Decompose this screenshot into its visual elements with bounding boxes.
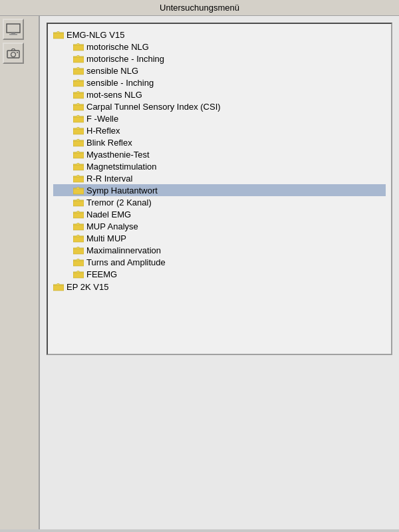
tree-item-label: Blink Reflex <box>86 138 132 148</box>
tree-item[interactable]: Blink Reflex <box>53 136 386 148</box>
tree-branch-line <box>61 233 72 243</box>
folder-icon <box>73 222 84 231</box>
tree-branch-line <box>61 269 72 279</box>
monitor-icon <box>6 23 21 35</box>
tree-branch-line <box>61 137 72 148</box>
tree-item-label: Symp Hautantwort <box>86 186 158 196</box>
tree-item-label: MUP Analyse <box>86 221 138 231</box>
tree-item[interactable]: motorische NLG <box>53 41 386 53</box>
tree-item-label: Tremor (2 Kanal) <box>86 198 152 207</box>
folder-icon <box>73 126 84 135</box>
tree-panel: EMG-NLG V15 motorische NLG motorische - … <box>47 23 392 355</box>
tree-branch-line <box>61 185 72 196</box>
main-container: EMG-NLG V15 motorische NLG motorische - … <box>0 16 399 529</box>
svg-rect-1 <box>11 33 15 34</box>
folder-icon <box>73 150 84 159</box>
folder-icon <box>73 270 84 279</box>
folder-icon <box>73 246 84 255</box>
tree-branch-line <box>61 161 72 172</box>
tree-item-label: Maximalinnervation <box>86 245 161 255</box>
folder-icon <box>73 43 84 51</box>
tree-item[interactable]: Turns and Amplitude <box>53 256 386 268</box>
tree-item[interactable]: F -Welle <box>53 112 386 124</box>
tree-item[interactable]: Carpal Tunnel Sensory Index (CSI) <box>53 100 386 112</box>
folder-icon <box>73 90 84 99</box>
tree-branch-line <box>61 245 72 255</box>
folder-icon <box>73 55 84 63</box>
folder-icon-root1 <box>53 31 64 39</box>
svg-rect-2 <box>9 34 17 35</box>
tree-item[interactable]: sensible - Inching <box>53 76 386 88</box>
folder-icon <box>73 102 84 111</box>
tree-branch-line <box>61 149 72 160</box>
folder-icon <box>73 138 84 147</box>
content-area: EMG-NLG V15 motorische NLG motorische - … <box>40 16 399 529</box>
title-label: Untersuchungsmenü <box>160 3 239 13</box>
tree-item-label: Multi MUP <box>86 233 126 243</box>
folder-icon <box>73 258 84 267</box>
tree-item[interactable]: Symp Hautantwort <box>53 184 386 196</box>
tree-branch-line <box>61 65 72 76</box>
tree-branch-line <box>61 53 72 64</box>
tree-root-1[interactable]: EMG-NLG V15 <box>53 29 386 41</box>
root2-label: EP 2K V15 <box>66 282 108 292</box>
tree-branch-line <box>61 89 72 100</box>
folder-icon <box>73 210 84 219</box>
folder-icon <box>73 174 84 183</box>
monitor-button[interactable] <box>3 19 24 40</box>
tree-item[interactable]: Magnetstimulation <box>53 160 386 172</box>
tree-item[interactable]: H-Reflex <box>53 124 386 136</box>
tree-item[interactable]: FEEMG <box>53 268 386 280</box>
tree-item[interactable]: Nadel EMG <box>53 208 386 220</box>
tree-item-label: motorische NLG <box>86 42 149 52</box>
tree-item[interactable]: Maximalinnervation <box>53 244 386 256</box>
tree-branch-line <box>61 209 72 219</box>
folder-icon <box>73 66 84 75</box>
tree-item[interactable]: R-R Interval <box>53 172 386 184</box>
tree-item-label: sensible NLG <box>86 66 138 76</box>
folder-icon <box>73 114 84 123</box>
tree-item-label: Turns and Amplitude <box>86 257 166 267</box>
tree-item-label: mot-sens NLG <box>86 90 142 100</box>
camera-icon <box>6 47 21 59</box>
folder-icon <box>73 162 84 171</box>
folder-icon-root2 <box>53 283 64 291</box>
tree-item-label: Nadel EMG <box>86 209 131 219</box>
folder-icon <box>73 78 84 87</box>
tree-item[interactable]: Tremor (2 Kanal) <box>53 196 386 208</box>
tree-item-label: H-Reflex <box>86 126 120 136</box>
root1-label: EMG-NLG V15 <box>66 30 124 40</box>
tree-item-label: Magnetstimulation <box>86 162 157 172</box>
tree-branch-line <box>61 257 72 267</box>
tree-branch-line <box>61 197 72 207</box>
tree-item[interactable]: Multi MUP <box>53 232 386 244</box>
tree-item-label: motorische - Inching <box>86 54 164 64</box>
tree-item-label: F -Welle <box>86 114 118 124</box>
tree-item-label: R-R Interval <box>86 174 132 184</box>
root1-children: motorische NLG motorische - Inching sens… <box>53 41 386 280</box>
title-bar: Untersuchungsmenü <box>0 0 399 16</box>
tree-item[interactable]: MUP Analyse <box>53 220 386 232</box>
tree-item[interactable]: mot-sens NLG <box>53 88 386 100</box>
folder-icon <box>73 198 84 207</box>
svg-rect-0 <box>7 24 20 33</box>
folder-icon <box>73 234 84 243</box>
left-sidebar <box>0 16 40 529</box>
tree-branch-line <box>61 101 72 112</box>
folder-icon <box>73 186 84 195</box>
tree-item[interactable]: Myasthenie-Test <box>53 148 386 160</box>
tree-item-label: Carpal Tunnel Sensory Index (CSI) <box>86 102 221 112</box>
tree-item[interactable]: sensible NLG <box>53 65 386 76</box>
tree-item-label: FEEMG <box>86 269 117 279</box>
tree-branch-line <box>61 41 72 52</box>
tree-item[interactable]: motorische - Inching <box>53 53 386 65</box>
camera-button[interactable] <box>3 43 24 64</box>
tree-branch-line <box>61 77 72 88</box>
tree-branch-line <box>61 221 72 231</box>
tree-branch-line <box>61 173 72 184</box>
tree-root-2[interactable]: EP 2K V15 <box>53 281 386 293</box>
svg-point-4 <box>11 53 16 57</box>
tree-item-label: sensible - Inching <box>86 78 154 88</box>
tree-item-label: Myasthenie-Test <box>86 150 150 160</box>
tree-branch-line <box>61 125 72 136</box>
